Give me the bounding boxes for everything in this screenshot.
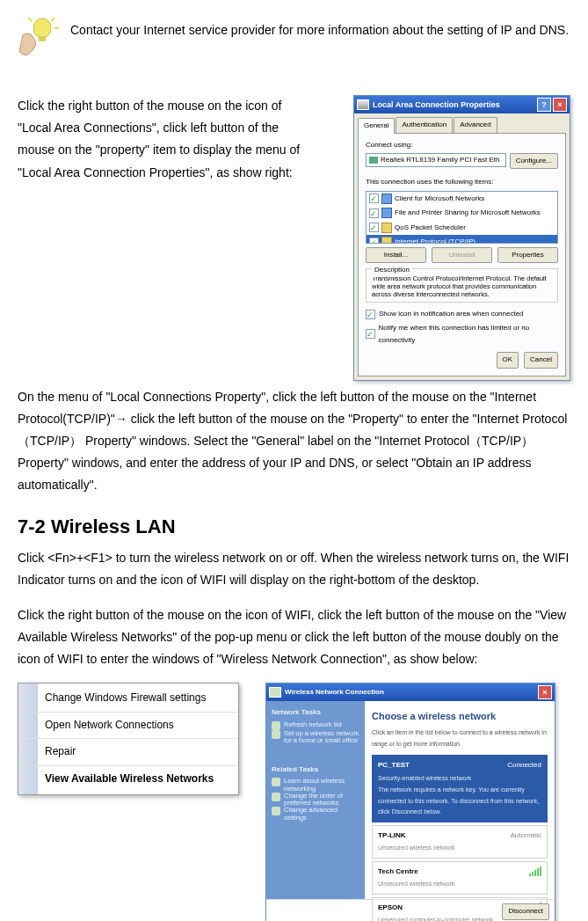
checkbox-icon[interactable] [366,310,375,319]
paragraph-4: Click the right button of the mouse on t… [18,604,570,671]
notify-checkbox[interactable]: Notify me when this connection has limit… [366,322,558,347]
tip-text: Contact your Internet service provider f… [70,18,570,41]
dialog-titlebar[interactable]: Local Area Connection Properties ? × [354,96,570,113]
side-link-label: Learn about wireless networking [284,778,359,793]
checkbox-icon[interactable] [369,238,379,244]
choose-network-heading: Choose a wireless network [372,708,548,726]
side-heading: Related Tasks [272,764,359,776]
svg-point-0 [33,18,51,38]
tab-authentication[interactable]: Authentication [396,117,453,132]
close-button[interactable]: × [553,98,567,112]
section-heading: 7-2 Wireless LAN [18,509,570,545]
list-item-selected[interactable]: Internet Protocol (TCP/IP) [367,235,557,244]
side-heading: Network Tasks [272,706,359,719]
side-link-label: Set up a wireless network for a home or … [284,730,359,745]
network-item[interactable]: TP-LINKAutomatic Unsecured wireless netw… [372,825,548,859]
paragraph-2: On the menu of "Local Connections Proper… [18,386,570,497]
menu-item-repair[interactable]: Repair [18,738,238,765]
side-panel: Network Tasks Refresh network list Set u… [266,701,365,899]
show-icon-checkbox[interactable]: Show icon in notification area when conn… [366,308,558,320]
lightbulb-hand-icon [18,18,60,60]
items-label: This connection uses the following items… [366,176,558,188]
nic-icon [357,99,369,110]
svg-rect-1 [39,36,46,41]
network-item-selected[interactable]: PC_TESTConnected Security-enabled wirele… [372,755,548,822]
wifi-icon [269,687,281,698]
tip-block: Contact your Internet service provider f… [18,18,570,60]
cancel-button[interactable]: Cancel [524,352,558,368]
main-panel: Choose a wireless network Click an item … [365,701,555,899]
network-item[interactable]: Tech Centre Unsecured wireless network [372,861,548,895]
help-button[interactable]: ? [537,98,551,112]
side-link-order[interactable]: Change the order of preferred networks [272,793,359,808]
lan-properties-figure: Local Area Connection Properties ? × Gen… [353,95,570,381]
description-label: Description [372,264,412,276]
list-item[interactable]: File and Printer Sharing for Microsoft N… [367,206,557,220]
adapter-combo[interactable]: Realtek RTL8139 Family PCI Fast Eth [366,153,506,167]
side-link-label: Change the order of preferred networks [284,793,359,808]
list-item[interactable]: QoS Packet Scheduler [367,221,557,235]
menu-item-firewall[interactable]: Change Windows Firewall settings [18,685,238,712]
description-group: Description Transmission Control Protoco… [366,268,558,303]
svg-line-4 [28,18,32,21]
list-item-label: File and Printer Sharing for Microsoft N… [395,207,541,219]
network-name: PC_TEST [378,759,410,771]
description-text: Transmission Control Protocol/Internet P… [372,274,552,298]
network-sub: Unsecured wireless network [378,843,541,854]
properties-button[interactable]: Properties [497,247,558,263]
adapter-icon [369,157,378,164]
list-item-label: Client for Microsoft Networks [395,193,484,205]
list-item[interactable]: Client for Microsoft Networks [367,192,557,206]
signal-bars-icon [529,867,541,876]
component-icon [381,223,392,233]
wireless-connection-window: Wireless Network Connection × Network Ta… [265,683,555,921]
dialog-titlebar[interactable]: Wireless Network Connection × [266,683,555,701]
checkbox-icon[interactable] [366,329,375,339]
refresh-icon [272,721,280,730]
disconnect-button[interactable]: Disconnect [502,903,549,919]
component-icon [381,194,392,204]
dialog-title: Wireless Network Connection [285,686,384,698]
lan-properties-dialog: Local Area Connection Properties ? × Gen… [353,95,570,381]
side-link-advanced[interactable]: Change advanced settings [272,807,359,822]
info-icon [272,778,280,786]
uninstall-button: Uninstall [432,247,492,263]
tab-advanced[interactable]: Advanced [454,117,497,132]
tab-general[interactable]: General [358,118,395,133]
checkbox-label: Notify me when this connection has limit… [379,322,558,347]
checkbox-icon[interactable] [369,223,379,232]
connect-using-label: Connect using: [366,139,558,151]
network-extra: The network requires a network key. You … [378,785,541,818]
menu-item-open-connections[interactable]: Open Network Connections [18,712,238,739]
component-icon [381,237,392,244]
network-name: TP-LINK [378,830,406,842]
checkbox-icon[interactable] [369,194,379,203]
gear-icon [272,807,280,815]
install-button[interactable]: Install... [366,247,426,263]
paragraph-1: Click the right button of the mouse on t… [18,95,316,184]
network-name: Tech Centre [378,866,418,878]
side-link-learn[interactable]: Learn about wireless networking [272,778,359,793]
items-listbox[interactable]: Client for Microsoft Networks File and P… [366,191,558,244]
component-icon [381,208,392,218]
adapter-name: Realtek RTL8139 Family PCI Fast Eth [381,154,499,166]
side-link-setup[interactable]: Set up a wireless network for a home or … [272,730,359,745]
network-sub: Security-enabled wireless network [378,773,541,785]
paragraph-3: Click <Fn>+<F1> to turn the wireless net… [18,547,570,591]
dialog-title: Local Area Connection Properties [373,98,500,112]
wifi-context-menu: Change Windows Firewall settings Open Ne… [18,683,239,794]
connected-badge: Connected [507,759,541,771]
checkbox-icon[interactable] [369,208,379,218]
automatic-label: Automatic [510,830,541,842]
network-sub: Unsecured wireless network [378,879,541,890]
setup-icon [272,730,280,739]
choose-network-sub: Click an item in the list below to conne… [372,727,548,749]
list-item-label: Internet Protocol (TCP/IP) [395,236,475,244]
list-item-label: QoS Packet Scheduler [395,222,466,234]
order-icon [272,793,280,801]
dialog-tabs: General Authentication Advanced [354,113,570,132]
configure-button[interactable]: Configure... [510,153,558,169]
close-button[interactable]: × [538,685,552,699]
menu-item-view-networks[interactable]: View Available Wireless Networks [18,765,238,793]
ok-button[interactable]: OK [497,352,519,368]
